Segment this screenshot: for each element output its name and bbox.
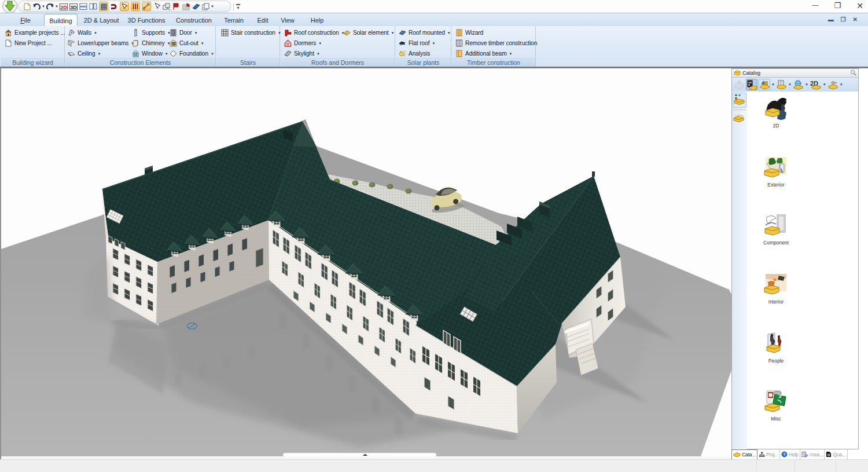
svg-text:3D: 3D	[70, 5, 77, 10]
svg-text:?: ?	[783, 452, 786, 457]
svg-text:2D: 2D	[60, 5, 67, 10]
